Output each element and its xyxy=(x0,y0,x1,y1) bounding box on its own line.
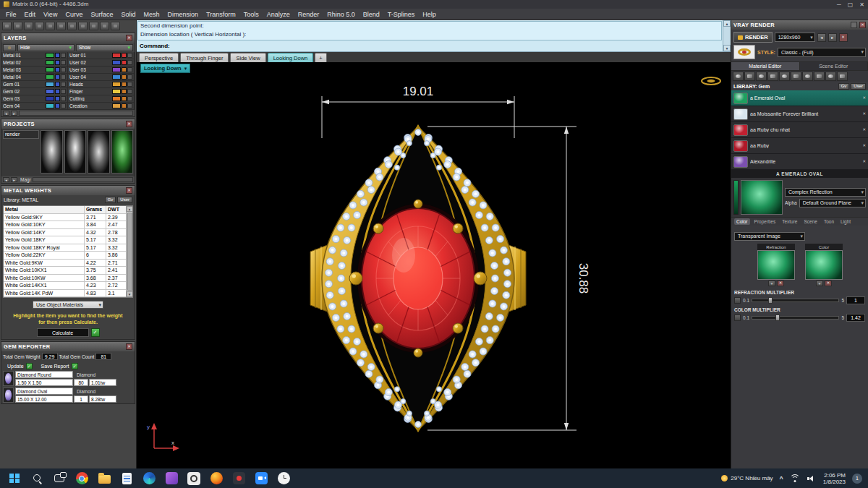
viewport-canvas[interactable]: 19.01 30.88 y x xyxy=(137,62,731,468)
delete-material-icon[interactable] xyxy=(862,96,866,100)
close-icon[interactable] xyxy=(126,343,132,350)
confirm-icon[interactable] xyxy=(91,328,100,337)
layer-row[interactable]: User 01 xyxy=(68,52,135,59)
material-item[interactable]: a Emerald Oval xyxy=(731,90,868,106)
layer-material-swatch[interactable] xyxy=(122,53,127,58)
tool-icon[interactable] xyxy=(13,22,22,30)
close-icon[interactable] xyxy=(859,1,864,8)
layer-lock-icon[interactable] xyxy=(61,96,66,101)
close-icon[interactable] xyxy=(859,22,866,28)
zoom-app[interactable] xyxy=(252,470,270,487)
refraction-swatch-image[interactable] xyxy=(757,250,795,280)
layer-lock-icon[interactable] xyxy=(61,60,66,65)
tool-icon[interactable] xyxy=(744,72,755,81)
gv-button[interactable]: Gv xyxy=(105,197,116,203)
delete-material-icon[interactable] xyxy=(862,160,866,164)
layer-color-swatch[interactable] xyxy=(46,103,54,108)
layer-lock-icon[interactable] xyxy=(127,103,132,108)
style-dropdown[interactable]: Classic - (Full) xyxy=(778,48,866,57)
layer-color-swatch[interactable] xyxy=(112,74,121,80)
tool-icon[interactable] xyxy=(56,22,66,30)
delete-material-icon[interactable] xyxy=(862,128,866,132)
remove-icon[interactable] xyxy=(777,281,784,286)
render-preview-thumbnail[interactable] xyxy=(733,45,755,59)
layer-row[interactable]: User 03 xyxy=(68,67,135,74)
rhino-app[interactable] xyxy=(185,470,203,487)
layer-material-swatch[interactable] xyxy=(55,60,60,65)
save-report-button[interactable]: Save Report xyxy=(41,363,78,369)
layer-material-swatch[interactable] xyxy=(122,82,127,87)
column-header[interactable]: DWT xyxy=(106,206,126,213)
clock[interactable]: 2:06 PM 1/8/2023 xyxy=(823,472,846,485)
layer-row[interactable]: Finger xyxy=(68,88,135,95)
layer-row[interactable]: Heads xyxy=(68,81,135,88)
file-explorer-app[interactable] xyxy=(95,470,113,487)
remove-icon[interactable] xyxy=(825,281,832,286)
tool-icon[interactable] xyxy=(24,22,33,30)
layer-color-swatch[interactable] xyxy=(46,82,54,87)
layer-lock-icon[interactable] xyxy=(61,74,66,80)
hidden-icons-chevron[interactable] xyxy=(780,475,783,482)
tab-through-finger[interactable]: Through Finger xyxy=(180,53,229,62)
layer-lock-icon[interactable] xyxy=(61,89,66,94)
scrollbar[interactable] xyxy=(19,111,133,116)
layer-color-swatch[interactable] xyxy=(112,67,121,72)
column-header[interactable]: Grams xyxy=(85,206,106,213)
tool-icon[interactable] xyxy=(111,22,120,30)
menu-item-surface[interactable]: Surface xyxy=(90,11,113,18)
gem-report-row[interactable]: Diamond Round Diamond 1.50 X 1.50 80 1.0… xyxy=(1,370,135,387)
close-icon[interactable] xyxy=(126,187,132,194)
tool-icon[interactable] xyxy=(837,72,848,81)
tool-icon[interactable] xyxy=(67,22,77,30)
project-thumbnail[interactable] xyxy=(88,130,110,174)
next-icon[interactable] xyxy=(11,177,17,182)
reflection-dropdown[interactable]: Complex Reflection xyxy=(785,188,866,197)
tool-icon[interactable] xyxy=(35,22,44,30)
scroll-right-icon[interactable] xyxy=(11,111,17,116)
project-thumbnail[interactable] xyxy=(41,130,63,174)
layer-color-swatch[interactable] xyxy=(112,60,121,65)
close-icon[interactable] xyxy=(126,121,132,127)
slider-handle[interactable] xyxy=(768,297,773,304)
layer-material-swatch[interactable] xyxy=(122,67,127,72)
tool-icon[interactable] xyxy=(78,22,88,30)
subtab-light[interactable]: Light xyxy=(838,218,853,225)
project-item[interactable]: render xyxy=(3,130,39,139)
command-history[interactable]: Second dimension point: Dimension locati… xyxy=(137,21,722,40)
layer-row[interactable]: Gem 01 xyxy=(1,81,68,88)
menu-item-analyze[interactable]: Analyze xyxy=(267,11,290,18)
lights-icon[interactable] xyxy=(3,44,16,51)
layer-lock-icon[interactable] xyxy=(127,74,132,80)
table-row[interactable]: Yellow Gold:18KY Royal5.173.32 xyxy=(4,244,126,252)
tool-icon[interactable] xyxy=(2,22,12,30)
volume-icon[interactable] xyxy=(807,474,817,482)
layer-lock-icon[interactable] xyxy=(61,53,66,58)
layer-material-swatch[interactable] xyxy=(55,53,60,58)
ground-plane-dropdown[interactable]: Default Ground Plane xyxy=(799,199,866,207)
subtab-scene[interactable]: Scene xyxy=(802,218,820,225)
record-app[interactable] xyxy=(230,470,247,487)
tool-icon[interactable] xyxy=(100,22,109,30)
refraction-swatch[interactable]: Refraction xyxy=(757,244,795,287)
scroll-left-icon[interactable] xyxy=(3,111,9,116)
gv-button[interactable]: Gv xyxy=(838,83,850,90)
slider-track[interactable] xyxy=(752,299,839,302)
layer-lock-icon[interactable] xyxy=(127,53,132,58)
menu-item-mesh[interactable]: Mesh xyxy=(143,11,159,18)
table-row[interactable]: Yellow Gold:9KY3.712.39 xyxy=(4,214,126,222)
table-row[interactable]: White Gold:10KW3.682.37 xyxy=(4,275,126,283)
layer-row[interactable]: Creation xyxy=(68,103,135,110)
color-swatch[interactable]: Color xyxy=(805,244,843,287)
layer-lock-icon[interactable] xyxy=(127,67,132,72)
scroll-down-icon[interactable] xyxy=(127,291,133,297)
render-button[interactable]: RENDER xyxy=(733,32,773,43)
project-thumbnail[interactable] xyxy=(64,130,87,174)
layer-color-swatch[interactable] xyxy=(112,82,121,87)
layer-material-swatch[interactable] xyxy=(55,103,60,108)
subtab-color[interactable]: Color xyxy=(734,218,750,225)
layer-row[interactable]: User 02 xyxy=(68,59,135,67)
scroll-up-icon[interactable] xyxy=(723,20,731,27)
menu-item-help[interactable]: Help xyxy=(422,11,436,18)
slider-track[interactable] xyxy=(752,316,839,320)
layer-row[interactable]: Cutting xyxy=(68,95,135,103)
